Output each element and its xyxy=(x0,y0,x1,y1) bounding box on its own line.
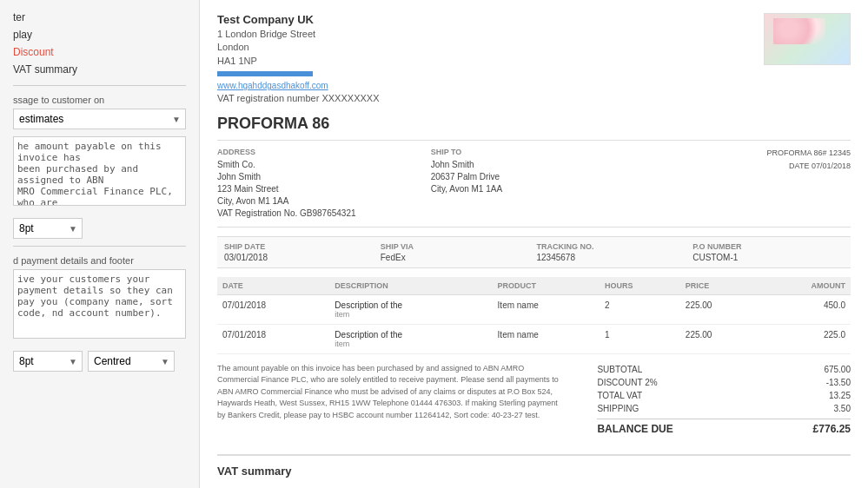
proforma-title: PROFORMA 86 xyxy=(217,115,851,133)
fontsize-select[interactable]: 8pt xyxy=(13,218,83,239)
main-container: ter play Discount VAT summary ssage to c… xyxy=(0,0,868,488)
footer-textarea[interactable]: ive your customers your payment details … xyxy=(13,269,186,339)
col-price: PRICE xyxy=(680,277,758,295)
totalvat-row: TOTAL VAT 13.25 xyxy=(597,389,851,402)
company-logo xyxy=(764,13,851,65)
col-hours: HOURS xyxy=(600,277,680,295)
cell-product: Item name xyxy=(493,294,600,324)
table-row: 07/01/2018 Description of the item Item … xyxy=(217,294,851,324)
cell-price: 225.00 xyxy=(680,294,758,324)
right-panel: Test Company UK 1 London Bridge Street L… xyxy=(200,0,868,488)
company-postcode: HA1 1NP xyxy=(217,55,379,68)
discount-row: DISCOUNT 2% -13.50 xyxy=(597,376,851,389)
footer-fontsize-wrapper[interactable]: 8pt ▼ xyxy=(13,351,83,372)
footer-label: d payment details and footer xyxy=(13,255,186,266)
menu-item-header[interactable]: ter xyxy=(13,9,186,26)
bill-to-contact: John Smith xyxy=(217,171,424,183)
ship-via-block: SHIP VIA FedEx xyxy=(381,242,532,262)
items-table: DATE DESCRIPTION PRODUCT HOURS PRICE AMO… xyxy=(217,277,851,354)
company-vat: VAT registration number XXXXXXXXX xyxy=(217,92,379,105)
balance-value: £776.25 xyxy=(813,423,851,435)
col-description: DESCRIPTION xyxy=(329,277,492,295)
divider-1 xyxy=(13,85,186,86)
bill-to-address1: 123 Main Street xyxy=(217,183,424,195)
vat-summary-title: VAT summary xyxy=(217,465,851,478)
message-textarea[interactable]: he amount payable on this invoice has be… xyxy=(13,136,186,206)
cell-amount: 225.0 xyxy=(758,324,851,353)
meta-proforma-number: PROFORMA 86# 12345 xyxy=(644,148,851,159)
cell-amount: 450.0 xyxy=(758,294,851,324)
balance-label: BALANCE DUE xyxy=(597,423,673,435)
ship-via-value: FedEx xyxy=(381,253,532,262)
col-date: DATE xyxy=(217,277,329,295)
footer-fontsize-select[interactable]: 8pt xyxy=(13,351,83,372)
cell-description: Description of the item xyxy=(329,294,492,324)
footer-align-select[interactable]: Centred xyxy=(88,351,175,372)
menu-item-discount[interactable]: Discount xyxy=(13,43,186,61)
subtotal-label: SUBTOTAL xyxy=(597,365,642,374)
shipping-label: SHIPPING xyxy=(597,404,639,413)
ship-via-label: SHIP VIA xyxy=(381,242,532,251)
footer-font-row: ive your customers your payment details … xyxy=(13,269,186,344)
ship-date-label: SHIP DATE xyxy=(224,242,375,251)
menu-item-vat[interactable]: VAT summary xyxy=(13,61,186,78)
cell-price: 225.00 xyxy=(680,324,758,353)
message-label: ssage to customer on xyxy=(13,95,186,105)
company-website: www.hgahddgasdhakoff.com xyxy=(217,80,379,92)
address-grid: ADDRESS Smith Co. John Smith 123 Main St… xyxy=(217,140,851,228)
ship-date-value: 03/01/2018 xyxy=(224,253,375,262)
ship-to-label: SHIP TO xyxy=(431,148,638,156)
left-panel: ter play Discount VAT summary ssage to c… xyxy=(0,0,200,488)
cell-hours: 2 xyxy=(600,294,680,324)
table-header-row: DATE DESCRIPTION PRODUCT HOURS PRICE AMO… xyxy=(217,277,851,295)
shipping-row: SHIPPING 3.50 xyxy=(597,402,851,415)
discount-value: -13.50 xyxy=(826,378,851,387)
cell-date: 07/01/2018 xyxy=(217,294,329,324)
totals-area: The amount payable on this invoice has b… xyxy=(217,363,851,437)
message-fontsize-row: 8pt ▼ xyxy=(13,218,186,239)
footer-align-wrapper[interactable]: Centred ▼ xyxy=(88,351,175,372)
totalvat-label: TOTAL VAT xyxy=(597,391,642,400)
footer-options-row: 8pt ▼ Centred ▼ xyxy=(13,351,186,372)
bill-to-name: Smith Co. xyxy=(217,159,424,171)
col-product: PRODUCT xyxy=(493,277,600,295)
vat-header-row: RATE VAT NET xyxy=(217,483,851,488)
ship-to-block: SHIP TO John Smith 20637 Palm Drive City… xyxy=(431,148,638,220)
cell-product: Item name xyxy=(493,324,600,353)
discount-label: DISCOUNT 2% xyxy=(597,378,657,387)
bill-to-label: ADDRESS xyxy=(217,148,424,156)
totalvat-value: 13.25 xyxy=(829,391,851,400)
subtotal-row: SUBTOTAL 675.00 xyxy=(597,363,851,376)
vat-table: RATE VAT NET VAT @ 20.0% 90.00 450.0 5.0… xyxy=(217,483,851,488)
estimates-select-wrapper[interactable]: estimates ▼ xyxy=(13,109,186,129)
company-address1: 1 London Bridge Street xyxy=(217,28,379,41)
bill-to-vat: VAT Registration No. GB987654321 xyxy=(217,208,424,220)
estimates-select[interactable]: estimates xyxy=(13,109,186,129)
totals-block: SUBTOTAL 675.00 DISCOUNT 2% -13.50 TOTAL… xyxy=(597,363,851,437)
tracking-block: TRACKING NO. 12345678 xyxy=(537,242,688,262)
tracking-value: 12345678 xyxy=(537,253,688,262)
ship-to-address2: City, Avon M1 1AA xyxy=(431,183,638,195)
menu-item-display[interactable]: play xyxy=(13,26,186,43)
cell-date: 07/01/2018 xyxy=(217,324,329,353)
proforma-meta: PROFORMA 86# 12345 DATE 07/01/2018 xyxy=(644,148,851,220)
ship-to-name: John Smith xyxy=(431,159,638,171)
ship-date-block: SHIP DATE 03/01/2018 xyxy=(224,242,375,262)
vat-col-vat: VAT xyxy=(533,483,692,488)
message-font-row: he amount payable on this invoice has be… xyxy=(13,136,186,211)
po-label: P.O NUMBER xyxy=(692,242,844,251)
invoice-header: Test Company UK 1 London Bridge Street L… xyxy=(217,13,851,106)
fontsize-select-wrapper[interactable]: 8pt ▼ xyxy=(13,218,83,239)
footer-note: The amount payable on this invoice has b… xyxy=(217,363,566,422)
po-block: P.O NUMBER CUSTOM-1 xyxy=(692,242,844,262)
ship-to-address1: 20637 Palm Drive xyxy=(431,171,638,183)
company-address2: London xyxy=(217,41,379,54)
divider-2 xyxy=(13,246,186,247)
tracking-label: TRACKING NO. xyxy=(537,242,688,251)
bill-to-block: ADDRESS Smith Co. John Smith 123 Main St… xyxy=(217,148,424,220)
cell-hours: 1 xyxy=(600,324,680,353)
meta-date: DATE 07/01/2018 xyxy=(644,161,851,172)
subtotal-value: 675.00 xyxy=(824,365,851,374)
po-value: CUSTOM-1 xyxy=(692,253,844,262)
shipping-value: 3.50 xyxy=(834,404,851,413)
